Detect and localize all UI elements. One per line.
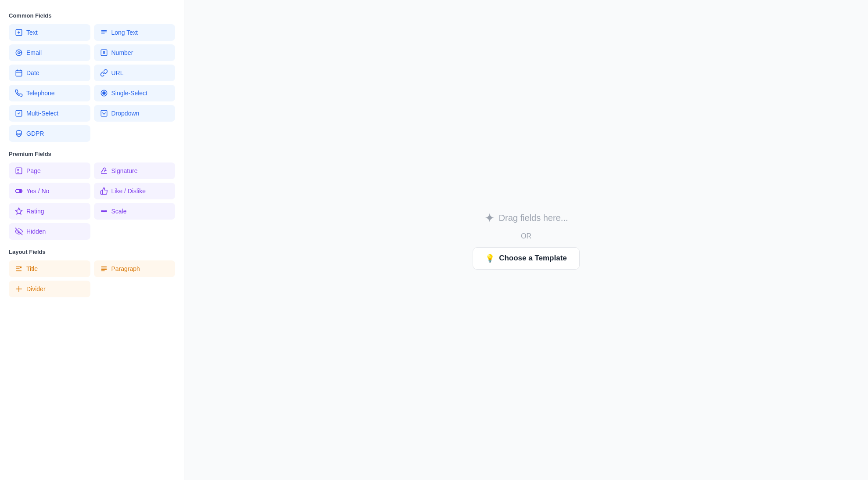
section-title-layout: Layout Fields (9, 249, 175, 255)
field-label-title: Title (26, 265, 38, 272)
field-label-number: Number (111, 49, 133, 56)
or-label: OR (521, 232, 531, 240)
long-text-icon (100, 29, 108, 36)
svg-text:EU: EU (17, 133, 21, 135)
field-label-paragraph: Paragraph (111, 265, 140, 272)
hidden-icon (15, 227, 23, 235)
field-label-signature: Signature (111, 167, 138, 174)
paragraph-icon (100, 265, 108, 273)
field-item-gdpr[interactable]: EUGDPR (9, 125, 90, 142)
scale-icon (100, 207, 108, 215)
drag-hint: ✦ Drag fields here... (484, 211, 568, 225)
drop-zone: ✦ Drag fields here... OR 💡 Choose a Temp… (473, 211, 580, 270)
svg-rect-8 (101, 110, 107, 116)
svg-point-15 (103, 211, 104, 212)
field-item-text[interactable]: Text (9, 24, 90, 41)
field-item-page[interactable]: Page (9, 162, 90, 179)
svg-point-14 (101, 211, 103, 212)
field-label-divider: Divider (26, 285, 46, 292)
field-item-signature[interactable]: Signature (94, 162, 176, 179)
field-label-scale: Scale (111, 208, 127, 215)
field-label-like-dislike: Like / Dislike (111, 188, 146, 195)
title-icon (15, 265, 23, 273)
field-item-hidden[interactable]: Hidden (9, 223, 90, 240)
field-label-date: Date (26, 69, 39, 76)
page-icon (15, 167, 23, 175)
dropdown-icon (100, 109, 108, 117)
field-label-dropdown: Dropdown (111, 110, 140, 117)
field-label-single-select: Single-Select (111, 90, 148, 97)
url-icon (100, 69, 108, 77)
field-item-divider[interactable]: Divider (9, 281, 90, 297)
field-item-email[interactable]: Email (9, 44, 90, 61)
rating-icon (15, 207, 23, 215)
divider-icon (15, 285, 23, 293)
field-label-page: Page (26, 167, 41, 174)
text-icon (15, 29, 23, 36)
sparkle-icon: ✦ (484, 211, 495, 225)
field-item-long-text[interactable]: Long Text (94, 24, 176, 41)
field-label-long-text: Long Text (111, 29, 138, 36)
fields-grid-layout: TitleParagraphDivider (9, 260, 175, 297)
svg-rect-4 (16, 70, 22, 76)
gdpr-icon: EU (15, 130, 23, 137)
field-item-scale[interactable]: Scale (94, 203, 176, 220)
svg-point-12 (20, 190, 22, 192)
field-item-single-select[interactable]: Single-Select (94, 85, 176, 101)
svg-point-16 (105, 211, 107, 212)
choose-template-button[interactable]: 💡 Choose a Template (473, 247, 580, 270)
field-label-text: Text (26, 29, 38, 36)
field-label-rating: Rating (26, 208, 44, 215)
sidebar: Common FieldsTextLong TextEmailNumberDat… (0, 0, 184, 480)
field-item-paragraph[interactable]: Paragraph (94, 260, 176, 277)
field-label-gdpr: GDPR (26, 130, 44, 137)
main-area: ✦ Drag fields here... OR 💡 Choose a Temp… (184, 0, 868, 480)
like-dislike-icon (100, 187, 108, 195)
yes-no-icon (15, 187, 23, 195)
field-item-url[interactable]: URL (94, 65, 176, 81)
field-item-title[interactable]: Title (9, 260, 90, 277)
field-item-multi-select[interactable]: Multi-Select (9, 105, 90, 122)
email-icon (15, 49, 23, 57)
svg-marker-13 (16, 208, 22, 214)
field-item-date[interactable]: Date (9, 65, 90, 81)
field-item-yes-no[interactable]: Yes / No (9, 183, 90, 199)
signature-icon (100, 167, 108, 175)
choose-template-label: Choose a Template (499, 254, 567, 263)
field-item-like-dislike[interactable]: Like / Dislike (94, 183, 176, 199)
field-item-rating[interactable]: Rating (9, 203, 90, 220)
svg-point-2 (18, 52, 20, 54)
field-item-telephone[interactable]: Telephone (9, 85, 90, 101)
section-title-common: Common Fields (9, 12, 175, 19)
multi-select-icon (15, 109, 23, 117)
date-icon (15, 69, 23, 77)
drag-hint-text: Drag fields here... (499, 213, 568, 223)
field-label-yes-no: Yes / No (26, 188, 49, 195)
telephone-icon (15, 89, 23, 97)
field-label-multi-select: Multi-Select (26, 110, 58, 117)
fields-grid-premium: PageSignatureYes / NoLike / DislikeRatin… (9, 162, 175, 240)
fields-grid-common: TextLong TextEmailNumberDateURLTelephone… (9, 24, 175, 142)
lightbulb-icon: 💡 (485, 254, 495, 263)
field-item-dropdown[interactable]: Dropdown (94, 105, 176, 122)
single-select-icon (100, 89, 108, 97)
field-label-telephone: Telephone (26, 90, 55, 97)
section-title-premium: Premium Fields (9, 151, 175, 157)
field-item-number[interactable]: Number (94, 44, 176, 61)
field-label-url: URL (111, 69, 124, 76)
svg-point-6 (103, 92, 105, 94)
field-label-email: Email (26, 49, 42, 56)
number-icon (100, 49, 108, 57)
field-label-hidden: Hidden (26, 228, 46, 235)
